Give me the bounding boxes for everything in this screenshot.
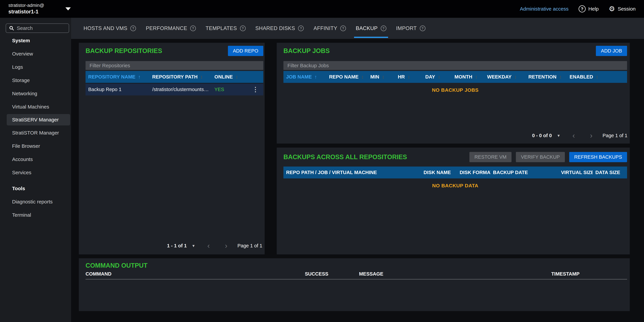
add-repo-button[interactable]: ADD REPO — [228, 46, 263, 56]
help-label: Help — [588, 6, 599, 12]
session-label: Session — [618, 6, 636, 12]
sort-icon: ↕ — [596, 74, 598, 80]
tab-backup[interactable]: BACKUP ? — [356, 18, 386, 39]
col-job-name[interactable]: JOB NAME↑ — [284, 71, 326, 83]
col-message: MESSAGE — [359, 271, 551, 277]
jobs-pagination: 0 - 0 of 0 ▾ ‹ › Page 1 of 1 — [532, 132, 628, 139]
backups-across-repositories-title: BACKUPS ACROSS ALL REPOSITORIES — [284, 154, 407, 161]
pagination-page-label: Page 1 of 1 — [602, 133, 628, 138]
col-online[interactable]: ONLINE↕ — [212, 71, 247, 83]
filter-repositories-input[interactable] — [86, 61, 263, 70]
sidebar-item-terminal[interactable]: Terminal — [0, 208, 71, 222]
col-weekday[interactable]: WEEKDAY↕ — [484, 71, 526, 83]
col-backup-date: BACKUP DATE — [490, 166, 558, 178]
sidebar-item-accounts[interactable]: Accounts — [0, 152, 71, 166]
top-bar: stratistor-admin@ stratistor1-1 Administ… — [0, 0, 644, 18]
tab-help-icon[interactable]: ? — [381, 26, 386, 31]
tab-help-icon[interactable]: ? — [130, 26, 136, 31]
col-disk-format: DISK FORMAT — [457, 166, 490, 178]
backup-jobs-panel: BACKUP JOBS ADD JOB JOB NAME↑ REPO NAME↕… — [277, 43, 630, 144]
col-timestamp: TIMESTAMP — [551, 271, 627, 277]
pagination-next-icon[interactable]: › — [225, 242, 228, 250]
pagination-range[interactable]: 1 - 1 of 1 — [167, 243, 187, 248]
tab-templates[interactable]: TEMPLATES ? — [206, 18, 246, 39]
filter-backup-jobs-input[interactable] — [284, 61, 627, 70]
col-data-size: DATA SIZE — [593, 166, 627, 178]
search-icon — [9, 26, 14, 31]
pagination-page-label: Page 1 of 1 — [238, 243, 262, 248]
tab-performance[interactable]: PERFORMANCE ? — [146, 18, 196, 39]
col-day[interactable]: DAY↕ — [422, 71, 452, 83]
sort-asc-icon: ↑ — [138, 74, 140, 80]
refresh-backups-button[interactable]: REFRESH BACKUPS — [569, 152, 627, 162]
search-input[interactable] — [17, 25, 66, 31]
sidebar-item-logs[interactable]: Logs — [0, 60, 71, 74]
col-min[interactable]: MIN↕ — [368, 71, 395, 83]
add-job-button[interactable]: ADD JOB — [596, 46, 627, 56]
pagination-prev-icon[interactable]: ‹ — [572, 132, 575, 139]
restore-vm-button[interactable]: RESTORE VM — [470, 152, 512, 162]
sidebar-item-networking[interactable]: Networking — [0, 87, 71, 100]
tab-help-icon[interactable]: ? — [340, 26, 346, 31]
user-menu[interactable]: stratistor-admin@ stratistor1-1 — [8, 2, 71, 15]
sidebar-item-storage[interactable]: Storage — [0, 74, 71, 87]
col-virtual-size: VIRTUAL SIZE — [558, 166, 593, 178]
col-repo-path-job-vm: REPO PATH / JOB / VIRTUAL MACHINE — [284, 166, 421, 178]
sort-icon: ↕ — [361, 74, 364, 80]
tab-help-icon[interactable]: ? — [240, 26, 246, 31]
sidebar-item-file-browser[interactable]: File Browser — [0, 139, 71, 152]
col-disk-name: DISK NAME — [421, 166, 457, 178]
repositories-table: REPOSITORY NAME↑ REPOSITORY PATH↕ ONLINE… — [86, 71, 263, 96]
pagination-caret-icon[interactable]: ▾ — [192, 243, 194, 248]
col-retention[interactable]: RETENTION↕ — [526, 71, 567, 83]
repositories-pagination: 1 - 1 of 1 ▾ ‹ › Page 1 of 1 — [167, 242, 262, 250]
gear-icon: ⚙ — [609, 5, 615, 12]
session-menu[interactable]: ⚙ Session — [609, 5, 636, 12]
repository-online-cell: YES — [212, 83, 247, 96]
pagination-next-icon[interactable]: › — [590, 132, 592, 139]
user-menu-caret-icon — [66, 8, 71, 10]
col-month[interactable]: MONTH↕ — [452, 71, 484, 83]
sidebar-item-stratistor-manager[interactable]: StratiSTOR Manager — [0, 126, 71, 139]
repository-path-cell: /stratistor/clustermounts/ma... — [150, 83, 212, 96]
command-output-header: COMMAND SUCCESS MESSAGE TIMESTAMP — [86, 271, 627, 280]
tab-hosts-and-vms[interactable]: HOSTS AND VMS ? — [84, 18, 136, 39]
sidebar-item-diagnostic-reports[interactable]: Diagnostic reports — [0, 195, 71, 208]
sidebar-item-virtual-machines[interactable]: Virtual Machines — [0, 100, 71, 113]
backups-across-repositories-panel: BACKUPS ACROSS ALL REPOSITORIES RESTORE … — [277, 148, 630, 254]
tab-affinity[interactable]: AFFINITY ? — [314, 18, 346, 39]
col-enabled[interactable]: ENABLED↕ — [567, 71, 627, 83]
verify-backup-button[interactable]: VERIFY BACKUP — [516, 152, 565, 162]
repository-name-cell: Backup Repo 1 — [86, 83, 150, 96]
tab-help-icon[interactable]: ? — [420, 26, 426, 31]
pagination-prev-icon[interactable]: ‹ — [207, 242, 210, 250]
sidebar-item-services[interactable]: Services — [0, 166, 71, 179]
pagination-range[interactable]: 0 - 0 of 0 — [532, 133, 552, 138]
row-kebab-menu-icon[interactable]: ⋮ — [252, 86, 258, 93]
tab-shared-disks[interactable]: SHARED DISKS ? — [256, 18, 304, 39]
col-repository-name[interactable]: REPOSITORY NAME↑ — [86, 71, 150, 83]
nav-heading-system: System — [0, 34, 71, 47]
sidebar-item-stratiserv-manager[interactable]: StratiSERV Manager — [7, 114, 70, 126]
tab-help-icon[interactable]: ? — [298, 26, 304, 31]
backup-repositories-title: BACKUP REPOSITORIES — [86, 47, 162, 54]
backup-jobs-table: JOB NAME↑ REPO NAME↕ MIN↕ HR↕ DAY↕ MONTH… — [284, 71, 627, 83]
sidebar-search[interactable] — [6, 24, 69, 33]
command-output-title: COMMAND OUTPUT — [86, 262, 627, 269]
sort-icon: ↕ — [514, 74, 517, 80]
repository-row[interactable]: Backup Repo 1 /stratistor/clustermounts/… — [86, 83, 263, 96]
user-name: stratistor-admin@ — [8, 2, 44, 8]
administrative-access-link[interactable]: Administrative access — [520, 6, 568, 12]
pagination-caret-icon[interactable]: ▾ — [558, 133, 560, 138]
sidebar-item-overview[interactable]: Overview — [0, 47, 71, 60]
help-menu[interactable]: ? Help — [578, 5, 599, 12]
help-icon: ? — [578, 5, 586, 12]
tab-help-icon[interactable]: ? — [190, 26, 196, 31]
tab-bar: HOSTS AND VMS ? PERFORMANCE ? TEMPLATES … — [71, 18, 644, 39]
col-repository-path[interactable]: REPOSITORY PATH↕ — [150, 71, 212, 83]
col-success: SUCCESS — [305, 271, 359, 277]
col-hr[interactable]: HR↕ — [395, 71, 422, 83]
tab-import[interactable]: IMPORT ? — [396, 18, 426, 39]
col-repo-name[interactable]: REPO NAME↕ — [326, 71, 368, 83]
main-content: HOSTS AND VMS ? PERFORMANCE ? TEMPLATES … — [71, 18, 644, 322]
